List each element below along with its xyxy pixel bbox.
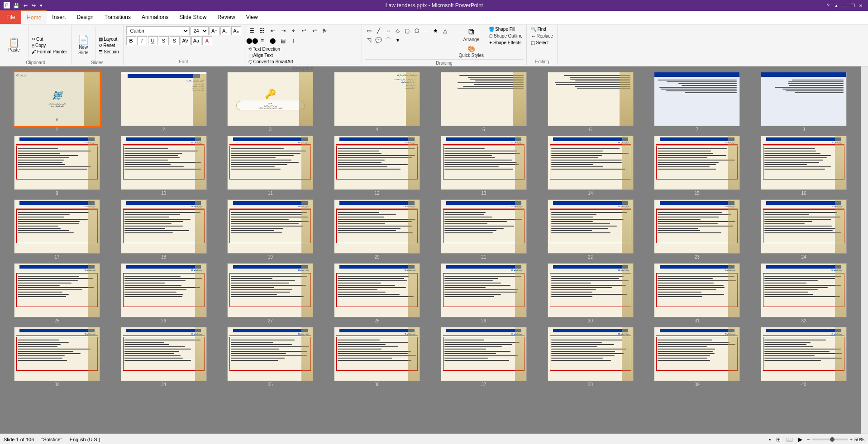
slide-thumb-24[interactable]: عنوان اسلاید 24 24 (750, 198, 857, 261)
paste-button[interactable]: 📋 Paste (3, 37, 25, 54)
slide-thumb-10[interactable]: عنوان اسلاید 10 10 (110, 134, 217, 198)
shape-outline-button[interactable]: ⬡ Shape Outline (487, 33, 524, 39)
slide-thumb-34[interactable]: عنوان اسلاید 34 34 (110, 325, 217, 389)
format-painter-button[interactable]: 🖌 Format Painter (30, 49, 68, 55)
slide-thumb-25[interactable]: عنوان اسلاید 25 25 (4, 261, 110, 325)
numbering-button[interactable]: ☷ (258, 26, 267, 35)
slide-thumb-7[interactable]: 7 (644, 70, 751, 134)
align-left-button[interactable]: ⬤⬤ (247, 36, 257, 45)
bold-button[interactable]: B (126, 36, 136, 45)
find-button[interactable]: 🔍 Find (529, 26, 547, 32)
maximize-button[interactable]: ❐ (849, 2, 856, 9)
slide-thumb-20[interactable]: عنوان اسلاید 20 20 (324, 198, 430, 261)
minimize-button[interactable]: — (841, 2, 848, 9)
slide-thumb-33[interactable]: عنوان اسلاید 33 33 (4, 325, 110, 389)
text-direction-button[interactable]: ⟲ Text Direction (247, 46, 295, 52)
reading-view-button[interactable]: 📖 (785, 435, 794, 444)
quick-styles-button[interactable]: 🎨 Quick Styles (457, 44, 486, 59)
clear-format-button[interactable]: Aₓ (231, 26, 241, 35)
star-shape[interactable]: ★ (431, 26, 440, 35)
save-button[interactable]: 💾 (12, 2, 21, 9)
normal-view-button[interactable]: ▪ (768, 435, 772, 444)
zoom-out-button[interactable]: − (807, 437, 810, 442)
tab-review[interactable]: Review (212, 10, 240, 24)
right-tri-shape[interactable]: ◹ (365, 36, 374, 45)
slide-thumb-40[interactable]: عنوان اسلاید 40 40 (750, 325, 857, 389)
cut-button[interactable]: ✂ Cut (30, 36, 68, 42)
arrange-button[interactable]: ⧉ Arrange (457, 26, 486, 43)
underline-button[interactable]: U (148, 36, 158, 45)
font-color-button[interactable]: A (202, 36, 212, 45)
undo-button[interactable]: ↩ (22, 2, 29, 9)
slide-thumb-28[interactable]: عنوان اسلاید 28 28 (324, 261, 430, 325)
replace-button[interactable]: ↔ Replace (529, 33, 554, 39)
font-increase-button[interactable]: A↑ (210, 26, 219, 35)
help-button[interactable]: ? (825, 2, 832, 9)
bullets-button[interactable]: ☰ (247, 26, 257, 35)
align-center-button[interactable]: ≡ (258, 36, 267, 45)
slide-thumb-5[interactable]: 5 (430, 70, 537, 134)
tab-transitions[interactable]: Transitions (99, 10, 136, 24)
tab-animations[interactable]: Animations (136, 10, 174, 24)
font-family-selector[interactable]: Calibri (126, 26, 190, 35)
slide-thumb-37[interactable]: عنوان اسلاید 37 37 (430, 325, 537, 389)
ltr-button[interactable]: ↩ (310, 26, 320, 35)
columns-button[interactable]: ⫸ (320, 26, 330, 35)
reset-button[interactable]: ↺ Reset (97, 43, 120, 48)
rtl-button[interactable]: ↵ (299, 26, 309, 35)
copy-button[interactable]: ⎘ Copy (30, 43, 68, 48)
slide-thumb-38[interactable]: عنوان اسلاید 38 38 (537, 325, 644, 389)
shape-effects-button[interactable]: ✦ Shape Effects (487, 40, 524, 46)
slide-thumb-17[interactable]: عنوان اسلاید 17 17 (4, 198, 110, 261)
curve-shape[interactable]: ⌒ (384, 36, 393, 45)
rect-shape[interactable]: ▭ (365, 26, 374, 35)
slide-thumb-9[interactable]: عنوان اسلاید 9 9 (4, 134, 110, 198)
oval-shape[interactable]: ○ (384, 26, 393, 35)
diamond-shape[interactable]: ◇ (393, 26, 402, 35)
slide-thumb-6[interactable]: 6 (537, 70, 644, 134)
slide-thumb-22[interactable]: عنوان اسلاید 22 22 (537, 198, 644, 261)
slide-thumb-31[interactable]: عنوان اسلاید 31 31 (644, 261, 751, 325)
scroll-area[interactable] (861, 66, 868, 434)
ribbon-collapse[interactable]: ▲ (833, 2, 840, 9)
font-size-selector[interactable]: 24 (191, 26, 209, 35)
tab-design[interactable]: Design (71, 10, 99, 24)
slide-thumb-19[interactable]: عنوان اسلاید 19 19 (217, 198, 324, 261)
tab-file[interactable]: File (0, 10, 21, 24)
slide-thumb-11[interactable]: عنوان اسلاید 11 11 (217, 134, 324, 198)
font-decrease-button[interactable]: A↓ (220, 26, 230, 35)
slide-thumb-26[interactable]: عنوان اسلاید 26 26 (110, 261, 217, 325)
tab-slideshow[interactable]: Slide Show (174, 10, 212, 24)
italic-button[interactable]: I (137, 36, 147, 45)
slide-thumb-16[interactable]: عنوان اسلاید 16 16 (750, 134, 857, 198)
line-spacing-button[interactable]: ↕ (289, 36, 299, 45)
slide-thumb-30[interactable]: عنوان اسلاید 30 30 (537, 261, 644, 325)
slide-thumb-4[interactable]: سرفصل مطالب ارائه ✓ روش‌های برگزاری مناق… (324, 70, 430, 134)
strikethrough-button[interactable]: S (159, 36, 169, 45)
slide-thumb-14[interactable]: عنوان اسلاید 14 14 (537, 134, 644, 198)
slide-thumb-18[interactable]: عنوان اسلاید 18 18 (110, 198, 217, 261)
change-case-button[interactable]: Aa (191, 36, 201, 45)
slide-thumb-3[interactable]: 🔑 هدفروش‌های برگزاریآشنایی با قانون مناق… (217, 70, 324, 134)
slide-sorter-button[interactable]: ⊞ (775, 435, 782, 444)
align-text-button[interactable]: ⬚ Align Text (247, 52, 295, 58)
slide-thumb-15[interactable]: عنوان اسلاید 15 15 (644, 134, 751, 198)
slide-thumb-36[interactable]: عنوان اسلاید 36 36 (324, 325, 430, 389)
slide-thumb-12[interactable]: عنوان اسلاید 12 12 (324, 134, 430, 198)
slide-thumb-35[interactable]: عنوان اسلاید 35 35 (217, 325, 324, 389)
shadow-button[interactable]: S (170, 36, 180, 45)
select-button[interactable]: ⬚ Select (529, 40, 550, 46)
pentagon-shape[interactable]: ⬠ (412, 26, 421, 35)
slide-thumb-13[interactable]: عنوان اسلاید 13 13 (430, 134, 537, 198)
arrow-shape[interactable]: → (422, 26, 431, 35)
slide-thumb-23[interactable]: عنوان اسلاید 23 23 (644, 198, 751, 261)
rounded-rect-shape[interactable]: ▢ (403, 26, 412, 35)
slide-thumb-8[interactable]: 8 (750, 70, 857, 134)
decrease-indent-button[interactable]: ⇤ (268, 26, 278, 35)
tab-home[interactable]: Home (21, 10, 47, 24)
layout-button[interactable]: ▦ Layout (97, 36, 120, 42)
char-spacing-button[interactable]: AV (181, 36, 191, 45)
zoom-slider[interactable] (812, 439, 848, 440)
callout-shape[interactable]: 💬 (374, 36, 383, 45)
tab-view[interactable]: View (241, 10, 263, 24)
